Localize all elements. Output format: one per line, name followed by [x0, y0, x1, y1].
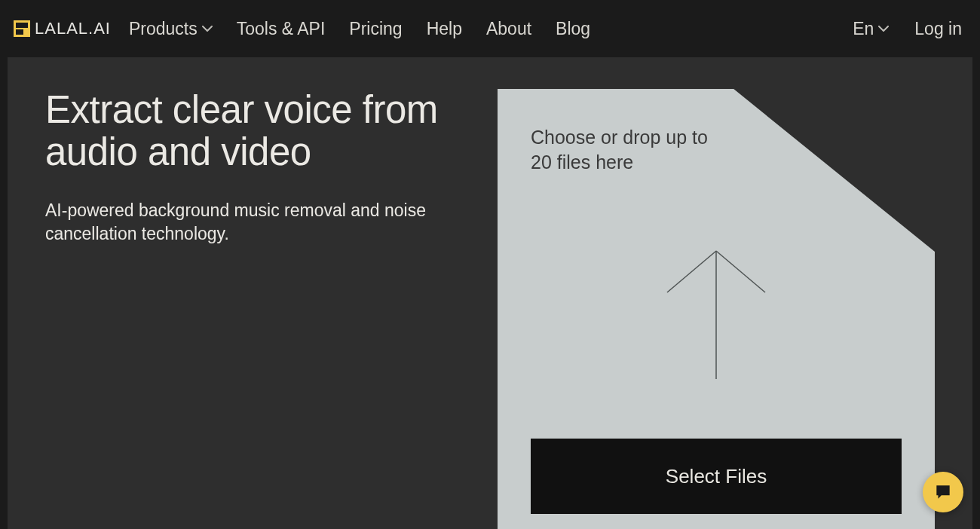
dropzone-text: Choose or drop up to 20 files here	[531, 125, 727, 174]
nav-products[interactable]: Products	[129, 19, 213, 39]
nav-about-label: About	[486, 19, 531, 39]
page-subtitle: AI-powered background music removal and …	[45, 199, 437, 246]
language-label: En	[853, 19, 874, 39]
header-right: En Log in	[853, 19, 962, 39]
logo[interactable]: LALAL.AI	[14, 19, 111, 38]
nav-about[interactable]: About	[486, 19, 531, 39]
nav-blog[interactable]: Blog	[556, 19, 590, 39]
chat-widget-button[interactable]	[923, 472, 963, 512]
login-link[interactable]: Log in	[914, 19, 962, 39]
select-files-label: Select Files	[666, 465, 767, 488]
language-selector[interactable]: En	[853, 19, 889, 39]
hero-text: Extract clear voice from audio and video…	[45, 89, 467, 529]
upload-dropzone[interactable]: Choose or drop up to 20 files here Selec…	[498, 89, 935, 529]
nav-help[interactable]: Help	[427, 19, 462, 39]
main: Extract clear voice from audio and video…	[8, 57, 972, 529]
page-title: Extract clear voice from audio and video	[45, 89, 467, 173]
chevron-down-icon	[878, 23, 889, 34]
nav-tools-api[interactable]: Tools & API	[237, 19, 326, 39]
main-nav: Products Tools & API Pricing Help About …	[129, 19, 590, 39]
nav-blog-label: Blog	[556, 19, 590, 39]
select-files-button[interactable]: Select Files	[531, 439, 902, 514]
chevron-down-icon	[202, 23, 213, 34]
chat-icon	[933, 482, 953, 502]
header: LALAL.AI Products Tools & API Pricing He…	[0, 0, 980, 57]
svg-line-1	[667, 251, 716, 292]
svg-line-2	[716, 251, 765, 292]
upload-arrow-icon	[656, 247, 776, 386]
nav-help-label: Help	[427, 19, 462, 39]
nav-tools-label: Tools & API	[237, 19, 326, 39]
nav-pricing-label: Pricing	[349, 19, 402, 39]
nav-products-label: Products	[129, 19, 198, 39]
logo-text: LALAL.AI	[35, 19, 111, 38]
nav-pricing[interactable]: Pricing	[349, 19, 402, 39]
logo-icon	[14, 20, 30, 37]
login-label: Log in	[914, 19, 962, 39]
